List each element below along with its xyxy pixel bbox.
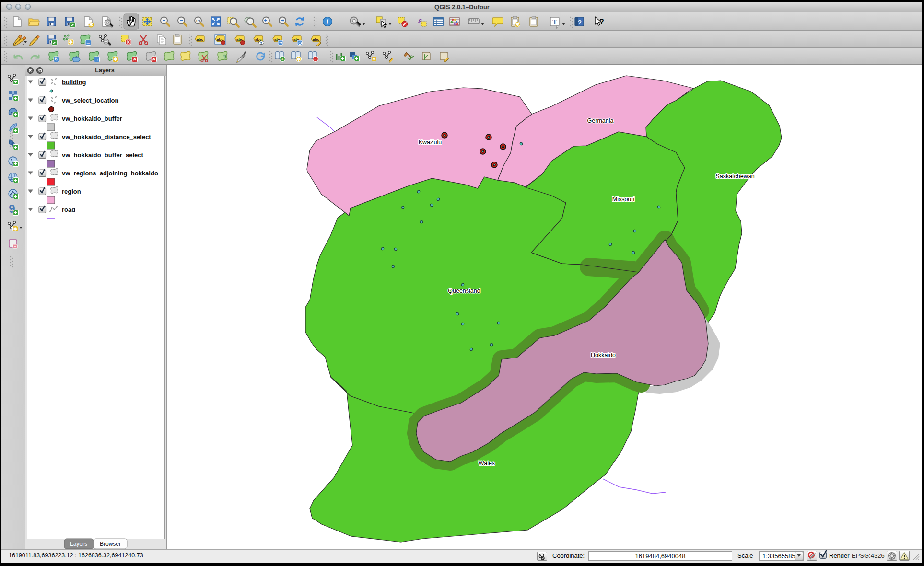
svg-text:vw_hokkaido_buffer_select: vw_hokkaido_buffer_select (62, 151, 143, 159)
svg-text:Germania: Germania (587, 117, 614, 124)
svg-text:KwaZulu: KwaZulu (419, 139, 442, 146)
svg-text:Saskatchewan: Saskatchewan (715, 173, 754, 180)
svg-text:✕: ✕ (152, 56, 156, 62)
svg-text:?: ? (578, 19, 582, 26)
svg-text:abc: abc (313, 37, 319, 42)
svg-text:region: region (62, 188, 81, 195)
svg-text:Hokkaido: Hokkaido (591, 352, 616, 358)
svg-text:+: + (281, 57, 284, 62)
svg-text:vw_hokkaido_distance_select: vw_hokkaido_distance_select (62, 133, 151, 140)
svg-text:✱: ✱ (89, 22, 94, 27)
svg-text:vw_regions_adjoining_hokkaido: vw_regions_adjoining_hokkaido (62, 170, 158, 177)
svg-text:Queensland: Queensland (448, 288, 480, 294)
svg-text:Wales: Wales (479, 460, 495, 467)
svg-text:✱: ✱ (297, 57, 301, 62)
svg-text:?: ? (599, 18, 604, 26)
svg-text:✱: ✱ (372, 57, 375, 61)
svg-text:Missouri: Missouri (612, 196, 635, 203)
svg-text:vw_hokkaido_buffer: vw_hokkaido_buffer (62, 115, 122, 122)
svg-text:Browser: Browser (100, 541, 121, 547)
svg-text:road: road (62, 206, 75, 213)
svg-text:→: → (86, 39, 91, 45)
svg-text:building: building (62, 79, 86, 86)
svg-text:↻: ↻ (54, 56, 58, 62)
svg-text:vw_select_location: vw_select_location (62, 97, 119, 104)
svg-text:✱: ✱ (113, 56, 117, 62)
svg-text:Layers: Layers (70, 541, 87, 547)
svg-text:✱: ✱ (69, 39, 73, 45)
svg-text:✱: ✱ (13, 226, 17, 231)
svg-text:→: → (94, 56, 100, 62)
svg-text:abc: abc (197, 37, 203, 42)
svg-text:T: T (552, 19, 557, 26)
svg-text:✕: ✕ (132, 56, 137, 62)
svg-text:−: − (314, 57, 317, 62)
svg-text:✱: ✱ (515, 22, 519, 27)
svg-text:1:1: 1:1 (196, 19, 200, 23)
